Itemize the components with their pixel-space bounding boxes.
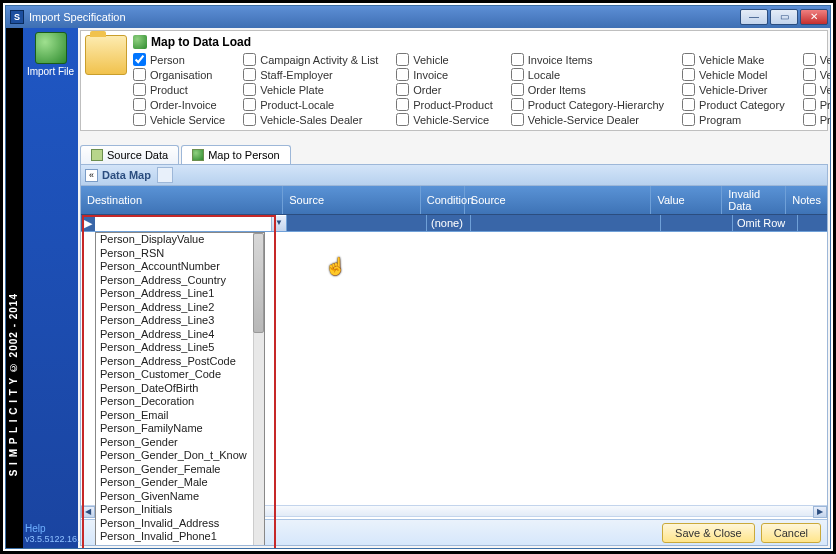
map-panel: Map to Data Load PersonCampaign Activity… [80,30,828,131]
dropdown-item[interactable]: Person_Gender_Don_t_Know [96,449,264,463]
checkbox-invoice-items[interactable]: Invoice Items [511,53,664,66]
col-invalid-data[interactable]: Invalid Data [722,186,786,214]
brand-rail: S I M P L I C I T Y © 2002 - 2014 [6,28,23,548]
dropdown-item[interactable]: Person_Address_Line1 [96,287,264,301]
dropdown-item[interactable]: Person_Gender [96,436,264,450]
checkbox-order-items[interactable]: Order Items [511,83,664,96]
source2-cell[interactable] [471,215,661,231]
invalid-cell[interactable]: Omit Row [733,215,798,231]
dropdown-item[interactable]: Person_Address_Line3 [96,314,264,328]
checkbox-vehicle-driver[interactable]: Vehicle-Driver [682,83,785,96]
checkbox-product-category[interactable]: Product Category [682,98,785,111]
destination-cell[interactable]: ▼ [95,215,287,231]
checkbox-order[interactable]: Order [396,83,492,96]
checkbox-organisation[interactable]: Organisation [133,68,225,81]
checkbox-person[interactable]: Person [133,53,225,66]
col-source-2[interactable]: Source [465,186,652,214]
map-icon [192,149,204,161]
checkbox-campaign-activity-list[interactable]: Campaign Activity & List [243,53,378,66]
checkbox-vehicle[interactable]: Vehicle [396,53,492,66]
source1-cell[interactable] [287,215,427,231]
col-value[interactable]: Value [651,186,722,214]
condition-cell[interactable]: (none) [427,215,471,231]
dropdown-item[interactable]: Person_Address_Country [96,274,264,288]
checkbox-product[interactable]: Product [133,83,225,96]
dropdown-item[interactable]: Person_DateOfBirth [96,382,264,396]
destination-input[interactable] [95,216,271,231]
import-file-icon[interactable] [35,32,67,64]
checkbox-program[interactable]: Program [682,113,785,126]
grid-icon [91,149,103,161]
toolbar-label: Data Map [102,169,151,181]
tab-map-to-person[interactable]: Map to Person [181,145,291,164]
collapse-toggle[interactable]: « [85,169,98,182]
tab-source-data[interactable]: Source Data [80,145,179,164]
checkbox-staff-employer[interactable]: Staff-Employer [243,68,378,81]
help-link[interactable]: Help [25,523,76,534]
checkbox-vehicle-sales-customer[interactable]: Vehicle-Sales Customer [803,53,830,66]
checkbox-vehicle-model[interactable]: Vehicle Model [682,68,785,81]
grid-header-row: Destination Source Condition Source Valu… [81,186,827,215]
checkbox-locale[interactable]: Locale [511,68,664,81]
checkbox-vehicle-service[interactable]: Vehicle Service [133,113,225,126]
dropdown-item[interactable]: Person_Invalid_Address [96,517,264,531]
pointer-cursor-icon: ☝ [325,256,343,277]
titlebar: S Import Specification — ▭ ✕ [6,6,830,28]
window-title: Import Specification [29,11,740,23]
maximize-button[interactable]: ▭ [770,9,798,25]
checkbox-vehicle-service-dealer[interactable]: Vehicle-Service Dealer [511,113,664,126]
dropdown-item[interactable]: Person_Address_PostCode [96,355,264,369]
dropdown-item[interactable]: Person_Invalid_Phone2 [96,544,264,547]
checkbox-vehicle-plate[interactable]: Vehicle Plate [243,83,378,96]
dropdown-item[interactable]: Person_AccountNumber [96,260,264,274]
checkbox-order-invoice[interactable]: Order-Invoice [133,98,225,111]
checkbox-vehicle-owner[interactable]: Vehicle-Owner [803,68,830,81]
checkbox-product-product[interactable]: Product-Product [396,98,492,111]
save-close-button[interactable]: Save & Close [662,523,755,543]
col-notes[interactable]: Notes [786,186,827,214]
destination-dropdown-list[interactable]: Person_DisplayValuePerson_RSNPerson_Acco… [95,232,265,546]
import-file-label: Import File [27,66,74,77]
col-source-1[interactable]: Source [283,186,421,214]
scroll-right-icon[interactable]: ▶ [813,506,827,518]
destination-dropdown-button[interactable]: ▼ [271,216,286,231]
grid-row-1[interactable]: ▶ ▼ (none) Omit Row [81,215,827,232]
dropdown-item[interactable]: Person_Address_Line5 [96,341,264,355]
dropdown-scrollbar-track[interactable] [253,233,264,546]
dropdown-item[interactable]: Person_Invalid_Phone1 [96,530,264,544]
dropdown-item[interactable]: Person_FamilyName [96,422,264,436]
checkbox-invoice[interactable]: Invoice [396,68,492,81]
dropdown-item[interactable]: Person_RSN [96,247,264,261]
dropdown-item[interactable]: Person_Gender_Female [96,463,264,477]
checkbox-vehicle-service[interactable]: Vehicle-Service [396,113,492,126]
col-destination[interactable]: Destination [81,186,283,214]
scroll-left-icon[interactable]: ◀ [81,506,95,518]
dropdown-item[interactable]: Person_Initials [96,503,264,517]
left-sidebar: Import File Help v3.5.5122.16... [23,28,78,548]
dropdown-item[interactable]: Person_Decoration [96,395,264,409]
checkbox-programmembership[interactable]: ProgramMembership [803,113,830,126]
col-condition[interactable]: Condition [421,186,465,214]
dropdown-item[interactable]: Person_Address_Line2 [96,301,264,315]
value-cell[interactable] [661,215,733,231]
checkbox-product-price[interactable]: Product Price [803,98,830,111]
dropdown-item[interactable]: Person_DisplayValue [96,233,264,247]
checkbox-vehicle-lessor[interactable]: Vehicle-Lessor [803,83,830,96]
cancel-button[interactable]: Cancel [761,523,821,543]
dropdown-item[interactable]: Person_Address_Line4 [96,328,264,342]
close-button[interactable]: ✕ [800,9,828,25]
notes-cell[interactable] [798,215,827,231]
dropdown-item[interactable]: Person_Email [96,409,264,423]
checkbox-vehicle-sales-dealer[interactable]: Vehicle-Sales Dealer [243,113,378,126]
dropdown-item[interactable]: Person_Customer_Code [96,368,264,382]
checkbox-product-category-hierarchy[interactable]: Product Category-Hierarchy [511,98,664,111]
dropdown-scrollbar-thumb[interactable] [253,233,264,333]
dropdown-item[interactable]: Person_Gender_Male [96,476,264,490]
grid-toolbar: « Data Map [81,165,827,186]
toolbar-action-button[interactable] [157,167,173,183]
dropdown-item[interactable]: Person_GivenName [96,490,264,504]
checkbox-vehicle-make[interactable]: Vehicle Make [682,53,785,66]
checkbox-product-locale[interactable]: Product-Locale [243,98,378,111]
minimize-button[interactable]: — [740,9,768,25]
version-text: v3.5.5122.16... [25,534,76,544]
